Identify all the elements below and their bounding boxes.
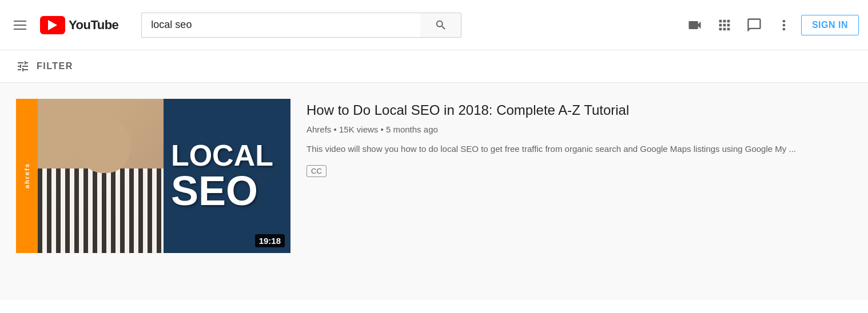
cc-badge: CC: [306, 165, 327, 177]
thumbnail-person-head: [79, 116, 130, 173]
header-actions: SIGN IN: [682, 13, 859, 38]
filter-icon: [16, 59, 30, 73]
message-icon: [746, 17, 762, 33]
menu-bar: [14, 25, 26, 26]
apps-grid-icon: [716, 17, 732, 33]
video-thumbnail[interactable]: ahrefs LOCAL SEO 19:18: [16, 99, 290, 253]
menu-bar: [14, 21, 26, 22]
more-vertical-icon: [776, 17, 792, 33]
video-meta-separator2: •: [381, 125, 386, 134]
apps-button[interactable]: [712, 13, 737, 38]
video-duration: 19:18: [255, 234, 285, 247]
video-info: How to Do Local SEO in 2018: Complete A-…: [306, 99, 817, 253]
sign-in-button[interactable]: SIGN IN: [801, 15, 859, 35]
search-form: [141, 13, 461, 38]
video-result-item: ahrefs LOCAL SEO 19:18 How to Do Local S…: [16, 99, 817, 253]
menu-button[interactable]: [9, 16, 31, 34]
play-triangle-icon: [48, 20, 57, 30]
video-channel[interactable]: Ahrefs: [306, 125, 331, 134]
search-button[interactable]: [420, 13, 461, 38]
filter-label: FILTER: [37, 61, 73, 71]
messages-button[interactable]: [742, 13, 767, 38]
menu-bar: [14, 29, 26, 30]
video-title[interactable]: How to Do Local SEO in 2018: Complete A-…: [306, 101, 817, 119]
create-video-button[interactable]: [682, 13, 707, 38]
channel-vertical-label: ahrefs: [16, 99, 38, 253]
filter-bar: FILTER: [0, 50, 868, 83]
youtube-wordmark: YouTube: [69, 18, 118, 33]
video-meta-separator1: •: [334, 125, 339, 134]
search-icon: [435, 19, 447, 31]
video-upload-time: 5 months ago: [386, 125, 438, 134]
more-options-button[interactable]: [771, 13, 797, 38]
video-meta: Ahrefs • 15K views • 5 months ago: [306, 125, 817, 134]
thumbnail-person-shirt: [38, 168, 164, 254]
thumbnail-overlay-text: LOCAL SEO: [171, 141, 273, 211]
logo-link[interactable]: YouTube: [40, 16, 118, 34]
video-camera-icon: [687, 17, 703, 33]
search-input[interactable]: [141, 13, 420, 38]
content-area: ahrefs LOCAL SEO 19:18 How to Do Local S…: [0, 83, 868, 300]
thumbnail-background: ahrefs LOCAL SEO: [16, 99, 290, 253]
youtube-logo-icon: [40, 16, 65, 34]
video-description: This video will show you how to do local…: [306, 142, 817, 156]
video-views: 15K views: [339, 125, 378, 134]
header: YouTube: [0, 0, 868, 50]
